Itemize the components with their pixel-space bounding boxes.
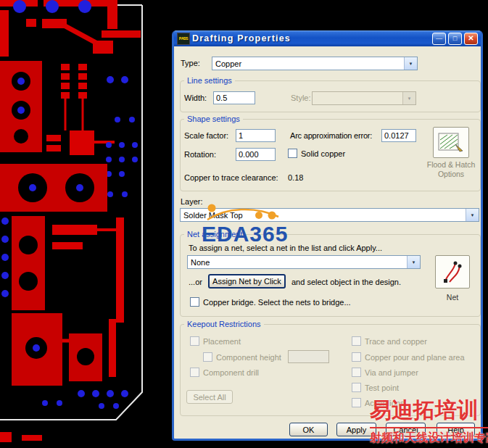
- checkbox-icon: [203, 352, 212, 362]
- via-and-jumper-label: Via and jumper: [365, 368, 418, 377]
- style-select: ▼: [312, 91, 416, 105]
- dialog-title: Drafting Properties: [192, 33, 430, 43]
- rotation-label: Rotation:: [184, 150, 216, 159]
- test-point-checkbox: Test point: [352, 383, 399, 392]
- component-drill-label: Component drill: [203, 368, 259, 377]
- type-select[interactable]: Copper ▼: [212, 57, 418, 70]
- keepout-title: Keepout Restrictions: [184, 320, 264, 328]
- drafting-properties-dialog: PADS Drafting Properties — □ ✕ Type: Cop…: [172, 30, 483, 441]
- pads-logo-icon: PADS: [177, 33, 190, 45]
- ok-button[interactable]: OK: [289, 423, 328, 436]
- placement-checkbox: Placement: [190, 336, 241, 346]
- checkbox-icon: [352, 352, 361, 362]
- checkbox-icon: [190, 368, 199, 377]
- net-select-value: None: [188, 258, 407, 267]
- width-input[interactable]: [213, 91, 255, 104]
- style-label: Style:: [291, 94, 311, 102]
- copper-bridge-checkbox[interactable]: Copper bridge. Select the nets to bridge…: [190, 297, 351, 307]
- component-height-checkbox: Component height: [203, 352, 281, 362]
- checkbox-icon: [352, 398, 361, 407]
- checkbox-icon: [352, 383, 361, 392]
- chevron-down-icon[interactable]: ▼: [407, 256, 420, 268]
- chevron-down-icon[interactable]: ▼: [466, 209, 479, 221]
- component-height-label: Component height: [216, 353, 281, 362]
- flood-hatch-options-button[interactable]: [433, 127, 469, 158]
- placement-label: Placement: [203, 337, 241, 346]
- arc-error-input[interactable]: [381, 129, 416, 142]
- line-settings-title: Line settings: [184, 76, 235, 85]
- net-assignment-title: Net assignment: [184, 230, 245, 238]
- component-drill-checkbox: Component drill: [190, 368, 259, 377]
- width-label: Width:: [184, 94, 207, 102]
- scale-factor-label: Scale factor:: [184, 131, 228, 140]
- clearance-label: Copper to trace clearance:: [184, 173, 278, 182]
- component-height-input: [288, 350, 329, 363]
- net-button[interactable]: [435, 255, 470, 289]
- net-traces-icon: [439, 259, 466, 285]
- apply-button[interactable]: Apply: [336, 423, 376, 436]
- solid-copper-checkbox[interactable]: Solid copper: [288, 149, 345, 158]
- maximize-button[interactable]: □: [448, 33, 462, 45]
- flood-hatch-caption: Flood & Hatch Options: [415, 160, 487, 178]
- via-and-jumper-checkbox: Via and jumper: [352, 368, 418, 377]
- checkbox-icon: [190, 336, 199, 346]
- chevron-down-icon[interactable]: ▼: [404, 57, 417, 70]
- assign-net-by-click-button[interactable]: Assign Net by Click: [208, 274, 286, 289]
- accordions-label: Accordions: [365, 399, 404, 407]
- checkbox-icon: [352, 368, 361, 377]
- shape-settings-title: Shape settings: [184, 115, 243, 123]
- arc-error-label: Arc approximation error:: [290, 131, 372, 140]
- checkbox-icon: [288, 149, 297, 158]
- cancel-button[interactable]: Cancel: [386, 423, 426, 436]
- trace-and-copper-label: Trace and copper: [365, 337, 427, 346]
- trace-and-copper-checkbox: Trace and copper: [352, 336, 427, 346]
- clearance-value: 0.18: [288, 173, 303, 182]
- or-label: ...or: [189, 278, 202, 286]
- net-button-caption: Net: [435, 293, 470, 302]
- close-button[interactable]: ✕: [464, 33, 478, 45]
- accordions-checkbox: Accordions: [352, 398, 404, 407]
- copper-pour-checkbox: Copper pour and plane area: [352, 352, 465, 362]
- select-all-button: Select All: [186, 390, 233, 404]
- rotation-input[interactable]: [236, 148, 276, 161]
- copper-bridge-label: Copper bridge. Select the nets to bridge…: [203, 298, 351, 307]
- test-point-label: Test point: [365, 383, 399, 392]
- layer-label: Layer:: [181, 197, 203, 206]
- flood-hatch-icon: [437, 130, 465, 154]
- copper-pour-label: Copper pour and plane area: [365, 353, 465, 362]
- help-button[interactable]: Help: [437, 423, 475, 436]
- chevron-down-icon: ▼: [402, 92, 415, 104]
- dialog-body: Type: Copper ▼ Line settings Width: Styl…: [174, 46, 481, 439]
- layer-select-value: Solder Mask Top: [181, 211, 466, 220]
- checkbox-icon: [352, 336, 361, 346]
- type-label: Type:: [181, 59, 200, 67]
- assign-suffix-label: and select object in the design.: [291, 278, 401, 286]
- checkbox-icon: [190, 297, 199, 307]
- net-select[interactable]: None ▼: [187, 255, 421, 269]
- layer-select[interactable]: Solder Mask Top ▼: [180, 208, 479, 222]
- type-select-value: Copper: [212, 59, 404, 68]
- minimize-button[interactable]: —: [432, 33, 446, 45]
- scale-factor-input[interactable]: [236, 129, 276, 142]
- screen: PADS Drafting Properties — □ ✕ Type: Cop…: [0, 0, 488, 448]
- net-instruction: To assign a net, select a net in the lis…: [189, 244, 382, 252]
- solid-copper-label: Solid copper: [301, 149, 345, 158]
- dialog-titlebar[interactable]: PADS Drafting Properties — □ ✕: [174, 30, 481, 46]
